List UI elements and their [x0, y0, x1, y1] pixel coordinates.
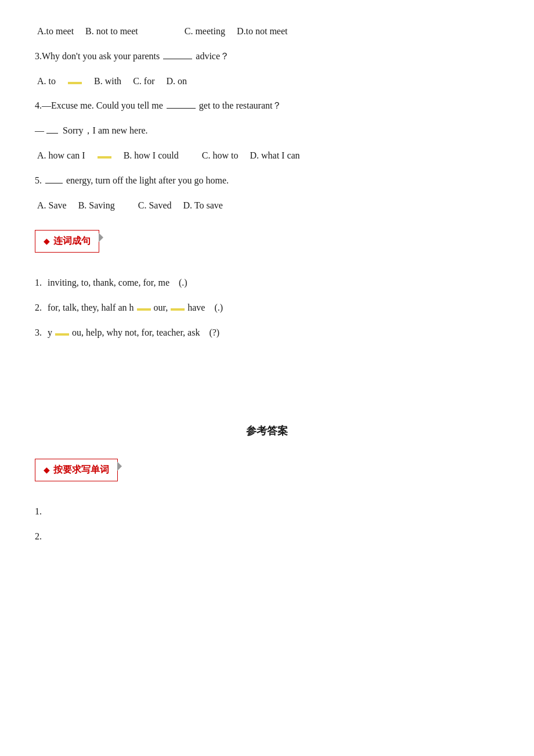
q4-option-c-text: C. how to: [202, 147, 239, 164]
q3-option-c-text: C. for: [133, 73, 154, 90]
q3-yellow-mark: [68, 82, 82, 84]
q3-option-d: D. on: [166, 73, 187, 90]
q4-option-a-text: A. how can I: [37, 147, 85, 164]
lianci-3-punct: (?): [209, 325, 219, 341]
q4-option-d: D. what I can: [250, 147, 300, 164]
answer-title-text: 参考答案: [246, 425, 288, 437]
lianci-header: ◆ 连词成句: [35, 230, 99, 253]
q5-question: 5. energy, turn off the light after you …: [35, 172, 499, 189]
q1-option-d-text: D.to not meet: [237, 23, 288, 40]
q4-yellow-mark: [98, 156, 111, 159]
q4-dash-blank: [46, 133, 58, 134]
q4-option-b-text: B. how I could: [124, 147, 179, 164]
q5-num: 5.: [35, 172, 42, 189]
q4-blank: [167, 108, 196, 109]
xiecи-item-2: 2.: [35, 528, 499, 545]
lianci-2-text3: have: [187, 300, 205, 316]
q1-options-line: A.to meet B. not to meet C. meeting D.to…: [35, 23, 499, 40]
xiecи-1-num: 1.: [35, 503, 42, 520]
lianci-item-3: 3. y ou, help, why not, for, teacher, as…: [35, 325, 499, 341]
lianci-item-1: 1. inviting, to, thank, come, for, me (.…: [35, 275, 499, 291]
diamond-icon-2: ◆: [44, 463, 50, 477]
lianci-header-text: 连词成句: [53, 233, 91, 250]
lianci-2-yellow1: [137, 308, 151, 311]
q4-reply-text: Sorry，I am new here.: [63, 123, 148, 139]
q5-option-c: C. Saved: [138, 197, 172, 214]
lianci-2-text2: our,: [154, 300, 168, 316]
xiecи-header-text: 按要求写单词: [53, 462, 109, 478]
q3-option-c: C. for: [133, 73, 154, 90]
q3-question: 3.Why don't you ask your parents advice？: [35, 48, 499, 65]
q1-option-a-text: A.to meet: [37, 23, 74, 40]
lianci-1-punct: (.): [179, 275, 187, 291]
q3-options: A. to B. with C. for D. on: [35, 73, 499, 90]
q4-reply: — Sorry，I am new here.: [35, 123, 499, 139]
xiecи-2-num: 2.: [35, 528, 42, 545]
lianci-3-text2: ou, help, why not, for, teacher, ask: [72, 325, 200, 341]
lianci-2-text1: for, talk, they, half an h: [48, 300, 134, 316]
answer-title: 参考答案: [35, 422, 499, 440]
q5-blank: [45, 183, 63, 183]
q4-option-c: C. how to: [202, 147, 239, 164]
lianci-2-num: 2.: [35, 300, 42, 316]
q5-option-b-text: B. Saving: [78, 197, 115, 214]
xiecи-item-1: 1.: [35, 503, 499, 520]
q4-option-a: A. how can I: [37, 147, 85, 164]
diamond-icon: ◆: [44, 234, 50, 249]
q4-text1: 4.—Excuse me. Could you tell me: [35, 98, 163, 114]
q3-option-d-text: D. on: [166, 73, 187, 90]
lianci-1-text: inviting, to, thank, come, for, me: [48, 275, 169, 291]
q5-option-c-text: C. Saved: [138, 197, 172, 214]
lianci-3-yellow: [55, 333, 69, 336]
q5-text: energy, turn off the light after you go …: [66, 172, 229, 189]
q1-option-c-text: C. meeting: [185, 23, 225, 40]
q3-text: 3.Why don't you ask your parents: [35, 48, 160, 65]
lianci-3-num: 3.: [35, 325, 42, 341]
q4-option-b: B. how I could: [124, 147, 179, 164]
lianci-3-text1: y: [48, 325, 52, 341]
q4-text2: get to the restaurant？: [199, 98, 282, 114]
q5-options: A. Save B. Saving C. Saved D. To save: [35, 197, 499, 214]
xiecи-section: 1. 2.: [35, 503, 499, 545]
q1-option-d: D.to not meet: [237, 23, 288, 40]
q4-question: 4.—Excuse me. Could you tell me get to t…: [35, 98, 499, 114]
q3-option-a-text: A. to: [37, 73, 56, 90]
q3-option-b: B. with: [94, 73, 121, 90]
q1-option-a: A.to meet: [37, 23, 74, 40]
lianci-2-punct: (.): [214, 300, 223, 316]
xiecи-header: ◆ 按要求写单词: [35, 459, 118, 481]
q3-option-b-text: B. with: [94, 73, 121, 90]
q5-option-a: A. Save: [37, 197, 67, 214]
q5-option-d: D. To save: [183, 197, 223, 214]
q5-option-d-text: D. To save: [183, 197, 223, 214]
q4-options: A. how can I B. how I could C. how to D.…: [35, 147, 499, 164]
q4-dash: —: [35, 123, 44, 139]
q3-blank: [163, 59, 192, 59]
q5-option-a-text: A. Save: [37, 197, 67, 214]
q1-option-b: B. not to meet: [85, 23, 138, 40]
q1-option-c: C. meeting: [185, 23, 225, 40]
q4-option-d-text: D. what I can: [250, 147, 300, 164]
lianci-section: 1. inviting, to, thank, come, for, me (.…: [35, 275, 499, 341]
q5-option-b: B. Saving: [78, 197, 115, 214]
lianci-1-num: 1.: [35, 275, 42, 291]
q3-text2: advice？: [196, 48, 229, 65]
q3-option-a: A. to: [37, 73, 56, 90]
q1-option-b-text: B. not to meet: [85, 23, 138, 40]
lianci-item-2: 2. for, talk, they, half an h our, have …: [35, 300, 499, 316]
lianci-2-yellow2: [171, 308, 185, 311]
